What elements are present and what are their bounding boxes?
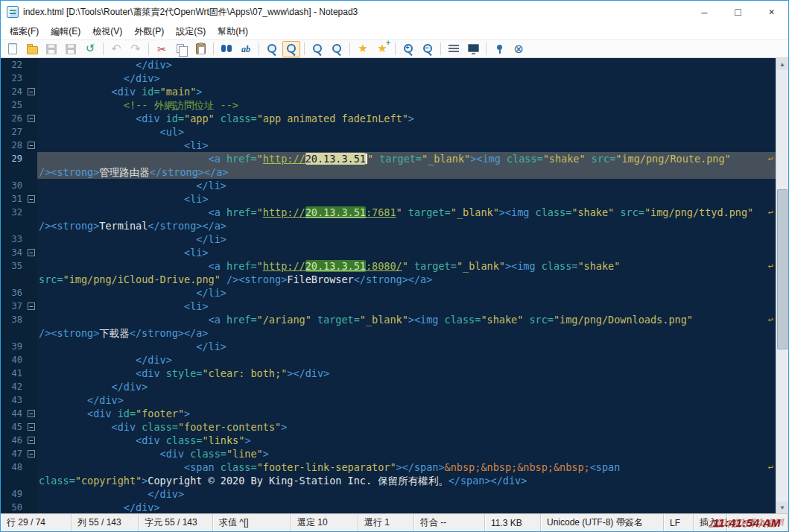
url-link[interactable]: 20.13.3.51 [305,260,366,272]
fold-marker[interactable]: − [28,142,35,149]
line-number[interactable]: 32 [1,206,26,219]
close-button[interactable]: × [755,1,788,23]
fold-marker[interactable]: − [28,195,35,203]
code-line[interactable]: 40 </div> [1,353,776,367]
titlebar[interactable]: index.html [D:\Tools\Router\蕭箂賣2代OpenWrt… [1,1,788,23]
menu-item-file[interactable]: 檔案(F) [4,24,45,39]
find-previous-button[interactable] [328,41,346,57]
code-line[interactable]: 27 <ul> [1,125,776,139]
line-number[interactable]: 39 [1,340,26,353]
editor[interactable]: 22 </div>23 </div>24− <div id="main">25 … [1,58,788,513]
menu-item-view[interactable]: 檢視(V) [86,24,128,39]
fold-marker[interactable]: − [28,249,35,256]
status-character[interactable]: 字元 55 / 143 [139,514,213,531]
code-line[interactable]: src="img/png/iCloud-Drive.png" /><strong… [1,273,776,286]
find-next-button[interactable] [308,41,326,57]
line-number[interactable]: 27 [1,125,26,139]
fold-marker[interactable]: − [28,437,35,444]
find-in-files-button[interactable] [263,41,281,57]
status-evaluate[interactable]: 求值 ^[] [213,514,291,531]
code-line[interactable]: 22 </div> [1,58,776,72]
line-number[interactable]: 46 [1,434,26,447]
menu-item-edit[interactable]: 編輯(E) [45,24,86,39]
line-number[interactable]: 25 [1,98,26,112]
word-wrap-toggle-button[interactable] [282,41,300,57]
scroll-down-arrow[interactable]: ▼ [776,501,788,513]
zoom-in-button[interactable]: + [399,41,417,57]
status-eol-mode[interactable]: LF [664,514,694,531]
code-line[interactable]: 39 </li> [1,340,776,353]
url-link[interactable]: http:// [263,260,305,272]
line-number[interactable]: 44 [1,407,26,420]
undo-button[interactable]: ↶ [107,41,125,57]
scrollbar-thumb[interactable] [777,189,788,349]
code-line[interactable]: 32 <a href="http://20.13.3.51:7681" targ… [1,206,776,219]
line-number[interactable]: 45 [1,420,26,434]
line-number[interactable]: 47 [1,447,26,460]
code-line[interactable]: 24− <div id="main"> [1,85,776,98]
line-number[interactable]: 37 [1,300,26,313]
line-number[interactable]: 33 [1,232,26,246]
open-file-button[interactable] [23,41,41,57]
fold-marker[interactable]: − [28,303,35,310]
url-link[interactable]: http:// [263,206,305,218]
code-line[interactable]: 48 <span class="footer-link-separator"><… [1,460,776,474]
exit-button[interactable]: ⊗ [510,41,527,57]
line-number[interactable] [1,219,26,232]
zoom-out-button[interactable]: − [419,41,437,57]
line-number[interactable] [1,474,26,487]
vertical-scrollbar[interactable]: ▲ ▼ [776,58,788,513]
status-file-size[interactable]: 11.3 KB [485,514,541,531]
line-number[interactable]: 35 [1,259,26,273]
line-number[interactable]: 31 [1,192,26,206]
line-number[interactable]: 50 [1,501,26,513]
code-line[interactable]: 28− <li> [1,139,776,152]
menu-item-settings[interactable]: 設定(S) [170,24,212,39]
code-line[interactable]: 44− <div id="footer"> [1,407,776,420]
favorites-button[interactable]: ★ [354,41,372,57]
line-number[interactable]: 41 [1,367,26,380]
code-line[interactable]: 45− <div class="footer-contents"> [1,420,776,434]
url-link[interactable]: http:// [263,153,305,165]
line-number[interactable] [1,326,26,340]
redo-button[interactable]: ↷ [127,41,145,57]
scroll-up-arrow[interactable]: ▲ [776,58,788,70]
line-number[interactable] [1,165,26,179]
code-line[interactable]: 26− <div id="app" class="app animated fa… [1,112,776,125]
code-line[interactable]: class="copyright">Copyright © 2020 By Ki… [1,474,776,487]
menu-item-appearance[interactable]: 外觀(P) [128,24,170,39]
line-number[interactable]: 29 [1,152,26,165]
status-column[interactable]: 列 55 / 143 [72,514,139,531]
line-number[interactable]: 34 [1,246,26,259]
url-link[interactable]: :7681 [366,206,396,218]
full-screen-toggle-button[interactable] [464,41,482,57]
line-number[interactable]: 24 [1,85,26,98]
code-line[interactable]: /><strong>Terminal</strong></a> [1,219,776,232]
replace-button[interactable]: ab [237,41,255,57]
code-line[interactable]: 31− <li> [1,192,776,206]
cut-button[interactable]: ✂ [153,41,171,57]
status-encoding[interactable]: Unicode (UTF-8) 帶簽名 [541,514,664,531]
fold-marker[interactable]: − [28,450,35,457]
url-link[interactable]: 20.13.3.51 [305,206,366,218]
status-selection-chars[interactable]: 選定 10 [291,514,358,531]
line-number[interactable]: 40 [1,353,26,367]
code-line[interactable]: 42 </div> [1,380,776,393]
find-button[interactable] [218,41,235,57]
line-number[interactable]: 36 [1,286,26,300]
minimize-button[interactable]: – [688,1,721,23]
code-line[interactable]: 47− <div class="line"> [1,447,776,460]
code-line[interactable]: 36 </li> [1,286,776,300]
status-occurrences[interactable]: 符合 -- [414,514,485,531]
new-file-button[interactable] [4,41,22,57]
scrollbar-track[interactable] [776,70,788,501]
menu-item-help[interactable]: 幫助(H) [212,24,254,39]
code-line[interactable]: /><strong>管理路由器</strong></a> [1,165,776,179]
code-line[interactable]: 37− <li> [1,300,776,313]
copy-button[interactable] [172,41,190,57]
line-number[interactable]: 26 [1,112,26,125]
code-line[interactable]: 23 </div> [1,72,776,85]
margin-view-toggle-button[interactable] [445,41,463,57]
line-number[interactable]: 49 [1,487,26,501]
code-line[interactable]: 49 </div> [1,487,776,501]
